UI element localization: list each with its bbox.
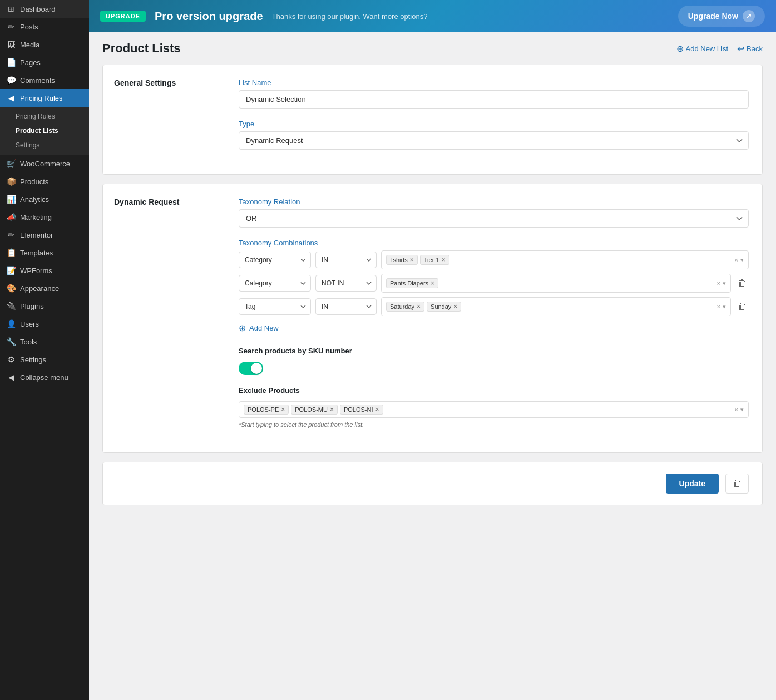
tag-tshirts-close[interactable]: × [410, 257, 414, 263]
tag-polos-ni-close[interactable]: × [375, 406, 379, 413]
exclude-products-input[interactable] [385, 406, 733, 413]
sidebar-item-products[interactable]: 📦 Products [0, 172, 89, 190]
exclude-clear[interactable]: × [735, 406, 738, 413]
tag-polos-pe-close[interactable]: × [281, 406, 285, 413]
taxonomy-relation-select[interactable]: OR AND [239, 209, 749, 228]
exclude-products-label: Exclude Products [239, 386, 749, 395]
sidebar-item-media[interactable]: 🖼 Media [0, 36, 89, 53]
sidebar-item-pricing-rules[interactable]: ◀ Pricing Rules [0, 89, 89, 107]
upgrade-bar: UPGRADE Pro version upgrade Thanks for u… [89, 0, 776, 32]
search-sku-toggle[interactable] [239, 362, 263, 375]
sidebar-item-analytics[interactable]: 📊 Analytics [0, 190, 89, 208]
sidebar-sub-item-pricing-rules[interactable]: Pricing Rules [0, 109, 89, 124]
tag-pants-diapers-close[interactable]: × [431, 280, 434, 287]
sidebar-item-woocommerce[interactable]: 🛒 WooCommerce [0, 155, 89, 172]
sidebar-item-label: Appearance [20, 284, 59, 293]
sidebar-item-pages[interactable]: 📄 Pages [0, 53, 89, 71]
delete-page-button[interactable]: 🗑 [725, 474, 749, 494]
dynamic-request-title: Dynamic Request [114, 198, 214, 206]
tools-icon: 🔧 [7, 337, 16, 346]
woocommerce-icon: 🛒 [7, 159, 16, 168]
sidebar-item-settings[interactable]: ⚙ Settings [0, 351, 89, 368]
add-new-list-button[interactable]: ⊕ Add New List [676, 43, 729, 54]
tag-polos-mu-close[interactable]: × [330, 406, 334, 413]
back-label: Back [747, 45, 763, 53]
upgrade-button-label: Upgrade Now [688, 12, 738, 21]
tag-sunday: Sunday × [427, 302, 461, 312]
add-new-icon: ⊕ [239, 323, 246, 333]
marketing-icon: 📣 [7, 213, 16, 221]
sidebar-item-templates[interactable]: 📋 Templates [0, 244, 89, 262]
exclude-chevron[interactable]: ▾ [740, 406, 744, 413]
taxonomy-row2-condition-select[interactable]: NOT IN IN [315, 275, 377, 292]
analytics-icon: 📊 [7, 195, 16, 204]
taxonomy-row1-type-select[interactable]: Category Tag [239, 252, 311, 268]
type-label: Type [239, 120, 749, 128]
row3-clear[interactable]: × [717, 303, 720, 310]
back-button[interactable]: ↩ Back [737, 43, 763, 54]
taxonomy-row2-type-select[interactable]: Category Tag [239, 275, 311, 292]
sidebar-item-appearance[interactable]: 🎨 Appearance [0, 279, 89, 297]
settings-icon: ⚙ [7, 355, 16, 364]
row1-chevron[interactable]: ▾ [740, 257, 744, 264]
search-sku-toggle-container [239, 362, 749, 375]
back-icon: ↩ [737, 43, 744, 54]
tag-sunday-close[interactable]: × [453, 303, 457, 310]
taxonomy-relation-label: Taxonomy Relation [239, 198, 749, 206]
row1-clear[interactable]: × [735, 257, 738, 263]
list-name-input[interactable] [239, 90, 749, 109]
taxonomy-row3-condition-select[interactable]: IN NOT IN [315, 298, 377, 315]
sidebar-item-label: Pricing Rules [20, 94, 63, 102]
sidebar-item-label: Users [20, 320, 39, 328]
taxonomy-combinations-label: Taxonomy Combinations [239, 239, 749, 247]
collapse-icon: ◀ [7, 373, 16, 382]
tag-tier1-close[interactable]: × [442, 257, 446, 263]
upgrade-description: Thanks for using our plugin. Want more o… [272, 12, 669, 21]
row3-chevron[interactable]: ▾ [723, 303, 726, 310]
action-card: Update 🗑 [102, 462, 763, 505]
tag-tier1: Tier 1 × [420, 255, 449, 265]
taxonomy-row-1: Category Tag IN NOT IN Tshirts × [239, 250, 749, 269]
type-select[interactable]: Dynamic Request Static List [239, 131, 749, 150]
sidebar-item-label: WPForms [20, 267, 52, 275]
sidebar-item-elementor[interactable]: ✏ Elementor [0, 226, 89, 244]
sidebar-sub-item-settings[interactable]: Settings [0, 138, 89, 152]
taxonomy-row1-condition-select[interactable]: IN NOT IN [315, 252, 377, 268]
sidebar-item-dashboard[interactable]: ⊞ Dashboard [0, 0, 89, 18]
tag-saturday-close[interactable]: × [417, 303, 421, 310]
exclude-products-container: POLOS-PE × POLOS-MU × POLOS-NI × × [239, 401, 749, 418]
sidebar-item-label: Media [20, 41, 39, 49]
dynamic-request-card: Dynamic Request Taxonomy Relation OR AND… [102, 184, 763, 453]
sidebar-item-marketing[interactable]: 📣 Marketing [0, 208, 89, 226]
sidebar-item-tools[interactable]: 🔧 Tools [0, 333, 89, 351]
sidebar-item-users[interactable]: 👤 Users [0, 315, 89, 333]
sidebar-item-posts[interactable]: ✏ Posts [0, 18, 89, 36]
sidebar-item-wpforms[interactable]: 📝 WPForms [0, 262, 89, 279]
sidebar-item-plugins[interactable]: 🔌 Plugins [0, 297, 89, 315]
sidebar-item-label: Settings [20, 356, 46, 364]
sidebar-item-collapse[interactable]: ◀ Collapse menu [0, 368, 89, 386]
pricing-rules-icon: ◀ [7, 93, 16, 102]
type-group: Type Dynamic Request Static List [239, 120, 749, 150]
row2-chevron[interactable]: ▾ [723, 280, 726, 287]
delete-row3-button[interactable]: 🗑 [735, 299, 749, 314]
sidebar-sub-item-product-lists[interactable]: Product Lists [0, 124, 89, 138]
add-new-combination-button[interactable]: ⊕ Add New [239, 321, 279, 336]
upgrade-now-button[interactable]: Upgrade Now ↗ [678, 6, 765, 27]
posts-icon: ✏ [7, 22, 16, 31]
media-icon: 🖼 [7, 40, 16, 49]
sidebar-item-label: Products [20, 178, 48, 186]
dynamic-request-sidebar: Dynamic Request [103, 184, 225, 452]
tag-saturday: Saturday × [386, 302, 424, 312]
taxonomy-row3-type-select[interactable]: Tag Category [239, 298, 311, 315]
content-area: General Settings List Name Type Dynamic … [89, 65, 776, 519]
delete-row2-button[interactable]: 🗑 [735, 276, 749, 290]
sidebar-item-comments[interactable]: 💬 Comments [0, 71, 89, 89]
list-name-group: List Name [239, 78, 749, 109]
taxonomy-row-3: Tag Category IN NOT IN Saturday × [239, 297, 749, 316]
row2-clear[interactable]: × [717, 280, 720, 287]
update-button[interactable]: Update [666, 474, 719, 494]
sidebar-item-label: Marketing [20, 213, 52, 221]
upgrade-title: Pro version upgrade [155, 10, 263, 23]
list-name-label: List Name [239, 78, 749, 87]
